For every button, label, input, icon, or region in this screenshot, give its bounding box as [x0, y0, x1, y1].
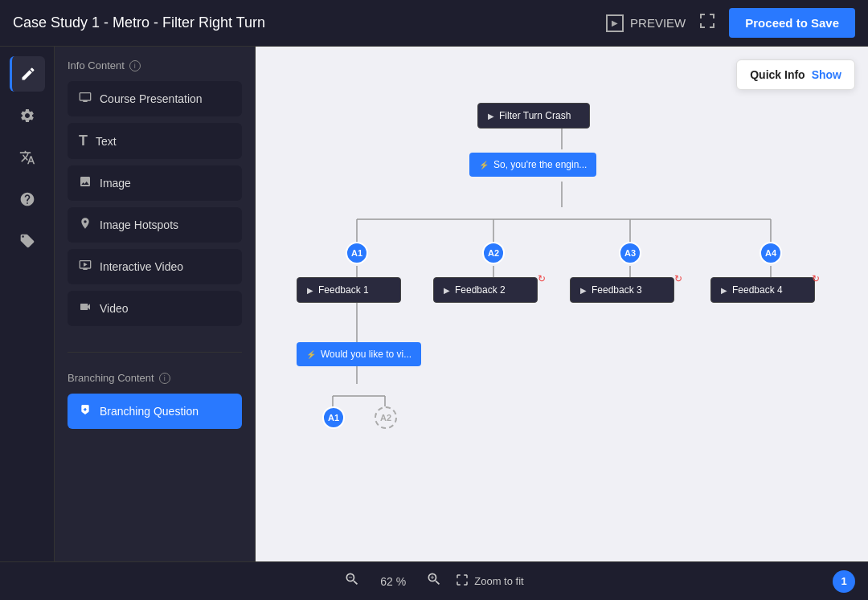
left-panel: Info Content i Course Presentation T Tex…: [55, 47, 256, 561]
item-branching-question[interactable]: Branching Question: [68, 394, 242, 429]
node-branching-question-1[interactable]: ⚡ So, you're the engin...: [469, 153, 596, 177]
badge-bottom-a1[interactable]: A1: [322, 406, 345, 429]
zoom-out-button[interactable]: [344, 571, 360, 591]
feedback4-icon: ▶: [721, 286, 727, 295]
sidebar-icon-gear[interactable]: [10, 98, 45, 133]
video-icon: [79, 300, 92, 316]
item-image-hotspots[interactable]: Image Hotspots: [68, 207, 242, 243]
interactive-video-icon: [79, 259, 92, 275]
zoom-in-button[interactable]: [426, 571, 442, 591]
feedback3-icon: ▶: [580, 286, 587, 295]
branching-info-icon: i: [159, 373, 170, 384]
badge-bottom-a2[interactable]: A2: [375, 406, 397, 429]
info-content-section: Info Content i Course Presentation T Tex…: [55, 47, 255, 345]
monitor-icon: [79, 91, 92, 107]
info-icon: i: [129, 60, 141, 71]
item-video[interactable]: Video: [68, 291, 242, 326]
node-feedback-3[interactable]: ▶ Feedback 3: [570, 277, 674, 303]
page-title: Case Study 1 - Metro - Filter Right Turn: [13, 14, 265, 31]
preview-icon: ▶: [606, 14, 624, 32]
preview-button[interactable]: ▶ PREVIEW: [606, 14, 686, 32]
node-icon: ▶: [488, 112, 494, 120]
quick-info-panel: Quick Info Show: [736, 59, 855, 90]
badge-a4[interactable]: A4: [760, 242, 782, 264]
node-feedback-2[interactable]: ▶ Feedback 2: [433, 277, 538, 303]
node-filter-turn-crash[interactable]: ▶ Filter Turn Crash: [477, 103, 590, 129]
sidebar-icons: [0, 47, 55, 561]
preview-label: PREVIEW: [630, 16, 686, 30]
badge-a1[interactable]: A1: [346, 242, 368, 264]
text-icon: T: [79, 133, 88, 149]
refresh-icon-2: ↻: [538, 273, 546, 284]
quick-info-label: Quick Info: [750, 68, 805, 81]
panel-divider: [68, 352, 242, 353]
info-content-title: Info Content i: [68, 59, 242, 71]
sidebar-icon-tag[interactable]: [10, 223, 45, 259]
item-interactive-video[interactable]: Interactive Video: [68, 249, 242, 284]
item-text[interactable]: T Text: [68, 123, 242, 159]
refresh-icon-4: ↻: [812, 273, 820, 284]
badge-a3[interactable]: A3: [619, 242, 641, 264]
image-icon: [79, 175, 92, 191]
feedback1-icon: ▶: [307, 286, 313, 295]
zoom-fit-label: Zoom to fit: [474, 575, 523, 587]
node-would-you-like[interactable]: ⚡ Would you like to vi...: [297, 342, 421, 366]
sidebar-icon-help[interactable]: [10, 182, 45, 217]
feedback2-icon: ▶: [444, 286, 450, 295]
node-feedback-4[interactable]: ▶ Feedback 4: [710, 277, 815, 303]
quick-info-show-button[interactable]: Show: [812, 68, 841, 81]
zoom-level: 62 %: [373, 575, 413, 588]
canvas-area[interactable]: Quick Info Show: [256, 47, 868, 561]
sidebar-icon-translate[interactable]: [10, 140, 45, 175]
branch-icon: [79, 403, 92, 419]
branching-content-title: Branching Content i: [68, 372, 242, 384]
node-feedback-1[interactable]: ▶ Feedback 1: [297, 277, 401, 303]
page-number-badge[interactable]: 1: [833, 570, 855, 593]
save-button[interactable]: Proceed to Save: [729, 8, 855, 38]
sidebar-icon-pencil[interactable]: [10, 56, 45, 92]
header: Case Study 1 - Metro - Filter Right Turn…: [0, 0, 868, 47]
fullscreen-button[interactable]: [698, 12, 716, 34]
zoom-fit-button[interactable]: Zoom to fit: [455, 573, 523, 590]
hotspot-icon: [79, 217, 92, 233]
refresh-icon-3: ↻: [674, 273, 682, 284]
node-branch-icon-2: ⚡: [306, 350, 316, 359]
bottom-toolbar: 62 % Zoom to fit 1: [0, 561, 868, 600]
header-actions: ▶ PREVIEW Proceed to Save: [606, 8, 855, 38]
main-area: Info Content i Course Presentation T Tex…: [0, 47, 868, 561]
branching-content-section: Branching Content i Branching Question: [55, 359, 255, 448]
badge-a2[interactable]: A2: [482, 242, 505, 264]
item-course-presentation[interactable]: Course Presentation: [68, 81, 242, 116]
item-image[interactable]: Image: [68, 165, 242, 201]
node-branch-icon-1: ⚡: [479, 161, 489, 169]
zoom-fit-icon: [455, 573, 469, 590]
